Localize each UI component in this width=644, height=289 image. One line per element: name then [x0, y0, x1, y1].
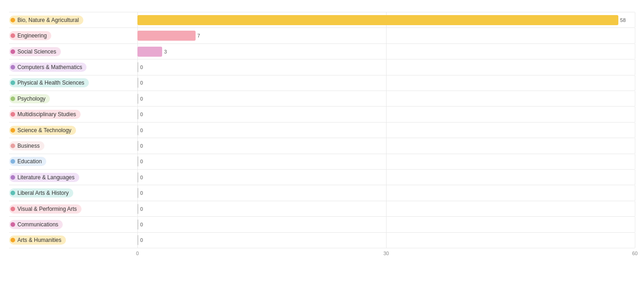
label-pill: Physical & Health Sciences	[9, 78, 89, 87]
grid-line	[635, 185, 635, 200]
bar-section: 0	[137, 138, 635, 153]
bar: 0	[137, 78, 138, 88]
bars-wrapper: Bio, Nature & Agricultural58Engineering7…	[9, 12, 635, 248]
bar-value: 0	[140, 222, 143, 227]
label-container: Education	[9, 154, 137, 169]
grid-line	[386, 233, 387, 248]
label-dot	[11, 18, 15, 22]
bar: 0	[137, 141, 138, 151]
label-container: Liberal Arts & History	[9, 185, 137, 200]
bar-row: Social Sciences3	[9, 44, 635, 59]
bar-label: Visual & Performing Arts	[17, 206, 77, 212]
label-pill: Psychology	[9, 94, 50, 103]
grid-line	[635, 44, 635, 59]
grid-line	[635, 154, 635, 169]
bar-label: Physical & Health Sciences	[17, 80, 84, 86]
bar-value: 0	[140, 175, 143, 180]
label-container: Business	[9, 138, 137, 153]
bar: 0	[137, 235, 138, 245]
bar-row: Computers & Mathematics0	[9, 59, 635, 75]
bar-label: Psychology	[17, 96, 45, 102]
grid-line	[635, 75, 635, 91]
bar-section: 0	[137, 107, 635, 122]
bar: 0	[137, 125, 138, 135]
label-pill: Visual & Performing Arts	[9, 204, 82, 214]
label-pill: Science & Technology	[9, 126, 76, 135]
grid-line	[386, 44, 387, 59]
label-container: Bio, Nature & Agricultural	[9, 12, 137, 27]
label-container: Physical & Health Sciences	[9, 75, 137, 91]
bar-section: 0	[137, 154, 635, 169]
bar-label: Communications	[17, 221, 58, 228]
bar-section: 0	[137, 59, 635, 75]
grid-line	[386, 107, 387, 122]
bar-row: Education0	[9, 154, 635, 170]
label-dot	[11, 33, 15, 38]
grid-line	[386, 154, 387, 169]
label-pill: Education	[9, 157, 46, 166]
bar: 3	[137, 47, 162, 57]
grid-line	[635, 138, 635, 153]
bar-row: Multidisciplinary Studies0	[9, 107, 635, 122]
label-container: Literature & Languages	[9, 170, 137, 185]
bar-row: Science & Technology0	[9, 123, 635, 138]
bar-value: 3	[164, 49, 167, 54]
label-pill: Engineering	[9, 31, 51, 40]
bar-section: 3	[137, 44, 635, 59]
grid-line	[386, 170, 387, 185]
bar-row: Business0	[9, 138, 635, 154]
bar-value: 0	[140, 143, 143, 149]
grid-line	[386, 91, 387, 106]
label-dot	[11, 238, 15, 242]
label-pill: Computers & Mathematics	[9, 63, 87, 72]
label-container: Multidisciplinary Studies	[9, 107, 137, 122]
bar-row: Bio, Nature & Agricultural58	[9, 12, 635, 28]
grid-line	[635, 233, 635, 248]
bar-label: Education	[17, 158, 42, 165]
bar-row: Communications0	[9, 217, 635, 232]
bar-value: 0	[140, 80, 143, 86]
bar: 0	[137, 156, 138, 166]
bar-row: Liberal Arts & History0	[9, 185, 635, 201]
label-container: Visual & Performing Arts	[9, 201, 137, 216]
bar-value: 0	[140, 112, 143, 117]
label-container: Communications	[9, 217, 137, 232]
label-pill: Liberal Arts & History	[9, 188, 73, 198]
bar-label: Bio, Nature & Agricultural	[17, 17, 79, 23]
bar: 0	[137, 172, 138, 182]
grid-line	[635, 217, 635, 232]
label-container: Engineering	[9, 28, 137, 43]
label-dot	[11, 144, 15, 148]
bar: 0	[137, 204, 138, 214]
grid-line	[386, 201, 387, 216]
bar-row: Visual & Performing Arts0	[9, 201, 635, 217]
bar-label: Computers & Mathematics	[17, 64, 82, 70]
x-axis-tick: 60	[632, 251, 638, 256]
label-pill: Literature & Languages	[9, 173, 79, 182]
x-axis-tick: 30	[383, 251, 389, 256]
bar-label: Social Sciences	[17, 48, 56, 55]
bar-value: 0	[140, 190, 143, 196]
bar-value: 0	[140, 206, 143, 212]
grid-line	[386, 59, 387, 75]
label-container: Social Sciences	[9, 44, 137, 59]
bar-value: 0	[140, 96, 143, 102]
bar: 58	[137, 15, 618, 25]
grid-line	[386, 75, 387, 91]
bar-section: 0	[137, 233, 635, 248]
label-dot	[11, 207, 15, 211]
grid-line	[635, 91, 635, 106]
bar-label: Science & Technology	[17, 127, 71, 134]
label-container: Science & Technology	[9, 123, 137, 138]
bar-value: 0	[140, 159, 143, 164]
bar-section: 0	[137, 217, 635, 232]
bar-label: Business	[17, 143, 40, 149]
bar-row: Physical & Health Sciences0	[9, 75, 635, 91]
bar: 0	[137, 219, 138, 230]
grid-line	[635, 28, 635, 43]
bar-row: Engineering7	[9, 28, 635, 43]
bar-value: 0	[140, 64, 143, 70]
label-pill: Social Sciences	[9, 47, 61, 56]
grid-line	[635, 201, 635, 216]
bar-section: 0	[137, 201, 635, 216]
